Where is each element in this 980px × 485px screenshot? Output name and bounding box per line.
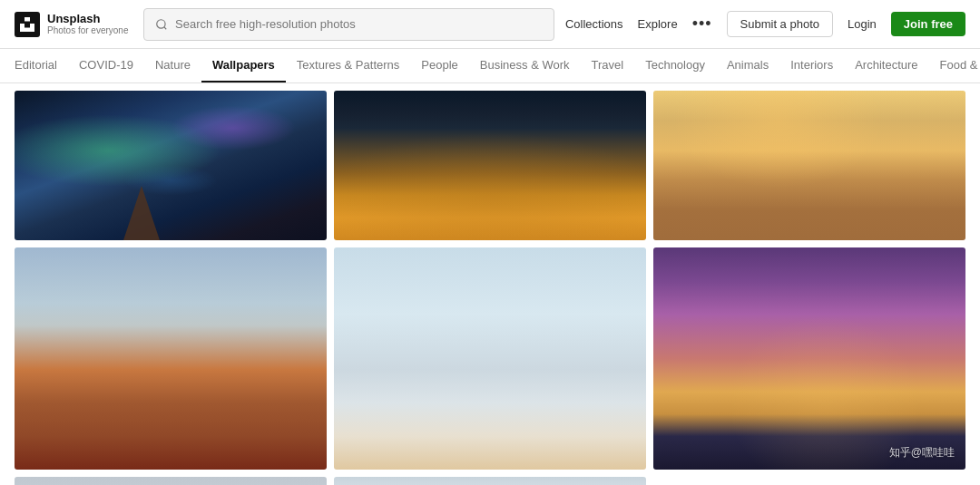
category-wallpapers[interactable]: Wallpapers: [201, 49, 286, 82]
category-nav: Editorial COVID-19 Nature Wallpapers Tex…: [0, 49, 980, 83]
explore-link[interactable]: Explore: [638, 17, 678, 31]
watermark-text: 知乎@嘿哇哇: [889, 445, 955, 461]
logo-text: Unsplash Photos for everyone: [47, 12, 129, 37]
join-button[interactable]: Join free: [891, 12, 965, 36]
photo-cathedral[interactable]: [653, 91, 965, 240]
photo-snow[interactable]: [15, 477, 327, 485]
main-content: 知乎@嘿哇哇: [0, 83, 980, 485]
category-food[interactable]: Food & Drink: [929, 49, 980, 82]
header-nav: Collections Explore ••• Submit a photo L…: [565, 11, 965, 37]
photo-dune[interactable]: [334, 477, 646, 485]
category-animals[interactable]: Animals: [716, 49, 779, 82]
submit-photo-button[interactable]: Submit a photo: [727, 11, 833, 37]
photo-city-dusk[interactable]: 知乎@嘿哇哇: [653, 247, 965, 470]
logo-area[interactable]: Unsplash Photos for everyone: [15, 12, 132, 37]
category-business[interactable]: Business & Work: [469, 49, 581, 82]
grid-col-2: [334, 91, 646, 485]
grid-col-3: 知乎@嘿哇哇: [653, 91, 965, 485]
photo-sky-person[interactable]: [334, 247, 646, 470]
more-button[interactable]: •••: [692, 15, 712, 34]
collections-link[interactable]: Collections: [565, 17, 623, 31]
photo-aurora[interactable]: [15, 91, 327, 240]
svg-line-1: [164, 26, 167, 29]
category-interiors[interactable]: Interiors: [779, 49, 844, 82]
svg-point-0: [157, 19, 165, 27]
category-nature[interactable]: Nature: [144, 49, 201, 82]
category-people[interactable]: People: [410, 49, 468, 82]
login-button[interactable]: Login: [848, 17, 877, 31]
category-travel[interactable]: Travel: [581, 49, 635, 82]
search-input[interactable]: [175, 17, 543, 31]
photo-mountain[interactable]: [15, 247, 327, 470]
search-icon: [155, 18, 168, 31]
unsplash-logo-icon: [15, 12, 40, 37]
category-editorial[interactable]: Editorial: [15, 49, 68, 82]
category-architecture[interactable]: Architecture: [844, 49, 928, 82]
category-covid[interactable]: COVID-19: [68, 49, 144, 82]
grid-col-1: [15, 91, 327, 485]
search-bar[interactable]: [143, 8, 554, 41]
category-technology[interactable]: Technology: [634, 49, 716, 82]
category-textures[interactable]: Textures & Patterns: [286, 49, 410, 82]
photo-canyon[interactable]: [334, 91, 646, 240]
header: Unsplash Photos for everyone Collections…: [0, 0, 980, 49]
photo-grid: 知乎@嘿哇哇: [15, 91, 965, 485]
